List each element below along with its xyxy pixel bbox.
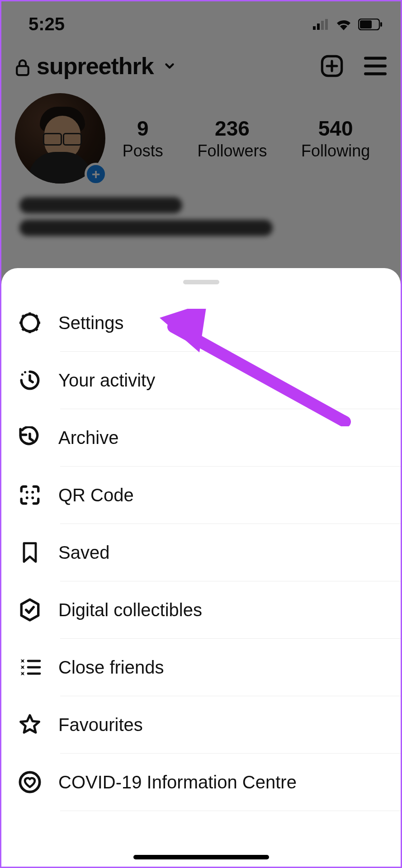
menu-item-archive[interactable]: Archive <box>1 409 401 466</box>
stat-value: 9 <box>123 116 163 141</box>
menu-item-saved[interactable]: Saved <box>1 524 401 581</box>
menu-item-digital-collectibles[interactable]: Digital collectibles <box>1 581 401 638</box>
svg-line-14 <box>22 315 24 317</box>
bookmark-icon <box>18 540 42 565</box>
status-bar: 5:25 <box>1 1 401 39</box>
stat-followers[interactable]: 236 Followers <box>197 116 267 160</box>
svg-line-15 <box>36 329 38 330</box>
menu-item-label: Archive <box>58 428 384 448</box>
activity-icon <box>18 368 42 392</box>
qr-code-icon <box>18 483 42 507</box>
menu-item-label: Settings <box>58 313 384 333</box>
svg-point-27 <box>20 772 39 792</box>
svg-point-18 <box>21 373 24 376</box>
add-story-badge[interactable]: + <box>85 163 107 185</box>
stat-posts[interactable]: 9 Posts <box>123 116 163 160</box>
menu-item-label: COVID-19 Information Centre <box>58 772 384 793</box>
svg-line-17 <box>36 315 38 317</box>
menu-item-label: Saved <box>58 542 384 563</box>
stat-label: Followers <box>197 142 267 160</box>
stat-value: 236 <box>197 116 267 141</box>
svg-rect-6 <box>380 22 382 27</box>
menu-item-settings[interactable]: Settings <box>1 294 401 351</box>
stat-label: Following <box>301 142 370 160</box>
svg-rect-3 <box>325 19 328 30</box>
menu-item-label: Close friends <box>58 657 384 678</box>
stat-value: 540 <box>301 116 370 141</box>
lock-icon <box>15 58 30 74</box>
menu-item-label: Favourites <box>58 715 384 735</box>
menu-item-label: Your activity <box>58 370 384 391</box>
options-bottom-sheet: Settings Your activity Archive QR Code <box>1 268 401 867</box>
star-icon <box>18 712 42 737</box>
chevron-down-icon[interactable] <box>163 59 176 73</box>
stat-following[interactable]: 540 Following <box>301 116 370 160</box>
battery-icon <box>358 19 383 30</box>
menu-item-your-activity[interactable]: Your activity <box>1 352 401 409</box>
svg-point-19 <box>24 371 26 373</box>
profile-header: supreethrk <box>1 39 401 84</box>
svg-point-21 <box>31 491 34 494</box>
menu-item-close-friends[interactable]: Close friends <box>1 639 401 696</box>
svg-point-23 <box>31 496 34 499</box>
svg-point-22 <box>26 496 28 499</box>
options-menu: Settings Your activity Archive QR Code <box>1 294 401 811</box>
menu-item-label: QR Code <box>58 485 384 505</box>
profile-stats-row: + 9 Posts 236 Followers 540 Following <box>1 84 401 188</box>
status-icons <box>313 19 383 30</box>
menu-item-qr-code[interactable]: QR Code <box>1 467 401 524</box>
profile-bio <box>1 188 401 251</box>
bio-line-redacted <box>19 220 273 236</box>
menu-item-label: Digital collectibles <box>58 600 384 620</box>
svg-line-16 <box>22 329 24 330</box>
svg-rect-7 <box>17 66 28 75</box>
heart-circle-icon <box>18 770 42 794</box>
svg-rect-2 <box>321 21 324 30</box>
hamburger-menu-icon[interactable] <box>364 54 387 78</box>
stat-label: Posts <box>123 142 163 160</box>
username[interactable]: supreethrk <box>37 52 154 80</box>
svg-rect-1 <box>317 24 320 30</box>
close-friends-icon <box>18 655 42 679</box>
divider <box>60 811 401 811</box>
home-indicator[interactable] <box>133 855 269 859</box>
wifi-icon <box>336 19 352 30</box>
cellular-icon <box>313 19 329 30</box>
avatar[interactable]: + <box>15 93 105 184</box>
sheet-grabber[interactable] <box>183 280 219 284</box>
svg-rect-5 <box>360 20 372 28</box>
gear-icon <box>18 311 42 335</box>
status-time: 5:25 <box>28 14 65 34</box>
menu-item-covid-info[interactable]: COVID-19 Information Centre <box>1 754 401 811</box>
create-button[interactable] <box>320 54 344 78</box>
svg-rect-0 <box>313 26 316 30</box>
archive-icon <box>18 425 42 450</box>
svg-point-20 <box>26 491 28 494</box>
hexagon-check-icon <box>18 598 42 622</box>
bio-line-redacted <box>19 197 182 213</box>
menu-item-favourites[interactable]: Favourites <box>1 696 401 753</box>
